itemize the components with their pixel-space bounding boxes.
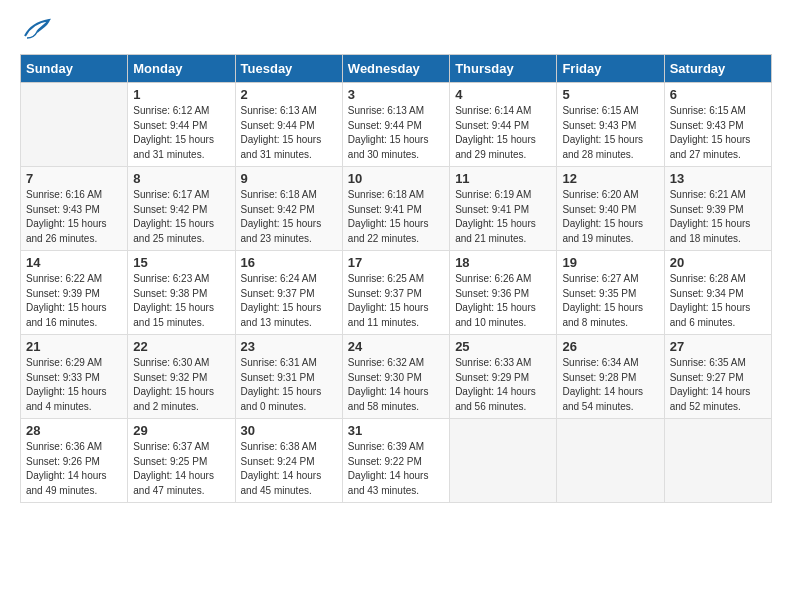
calendar-cell: 7Sunrise: 6:16 AM Sunset: 9:43 PM Daylig…	[21, 167, 128, 251]
cell-info: Sunrise: 6:12 AM Sunset: 9:44 PM Dayligh…	[133, 104, 229, 162]
cell-info: Sunrise: 6:33 AM Sunset: 9:29 PM Dayligh…	[455, 356, 551, 414]
cell-info: Sunrise: 6:28 AM Sunset: 9:34 PM Dayligh…	[670, 272, 766, 330]
weekday-header-friday: Friday	[557, 55, 664, 83]
weekday-header-monday: Monday	[128, 55, 235, 83]
day-number: 2	[241, 87, 337, 102]
calendar-cell: 2Sunrise: 6:13 AM Sunset: 9:44 PM Daylig…	[235, 83, 342, 167]
day-number: 22	[133, 339, 229, 354]
day-number: 14	[26, 255, 122, 270]
day-number: 12	[562, 171, 658, 186]
weekday-header-thursday: Thursday	[450, 55, 557, 83]
calendar-cell: 16Sunrise: 6:24 AM Sunset: 9:37 PM Dayli…	[235, 251, 342, 335]
calendar-cell: 3Sunrise: 6:13 AM Sunset: 9:44 PM Daylig…	[342, 83, 449, 167]
day-number: 25	[455, 339, 551, 354]
day-number: 18	[455, 255, 551, 270]
cell-info: Sunrise: 6:31 AM Sunset: 9:31 PM Dayligh…	[241, 356, 337, 414]
week-row-2: 7Sunrise: 6:16 AM Sunset: 9:43 PM Daylig…	[21, 167, 772, 251]
calendar-cell: 17Sunrise: 6:25 AM Sunset: 9:37 PM Dayli…	[342, 251, 449, 335]
calendar-cell: 5Sunrise: 6:15 AM Sunset: 9:43 PM Daylig…	[557, 83, 664, 167]
cell-info: Sunrise: 6:25 AM Sunset: 9:37 PM Dayligh…	[348, 272, 444, 330]
day-number: 21	[26, 339, 122, 354]
calendar-cell: 13Sunrise: 6:21 AM Sunset: 9:39 PM Dayli…	[664, 167, 771, 251]
calendar-cell: 26Sunrise: 6:34 AM Sunset: 9:28 PM Dayli…	[557, 335, 664, 419]
day-number: 8	[133, 171, 229, 186]
calendar-cell: 22Sunrise: 6:30 AM Sunset: 9:32 PM Dayli…	[128, 335, 235, 419]
cell-info: Sunrise: 6:15 AM Sunset: 9:43 PM Dayligh…	[670, 104, 766, 162]
cell-info: Sunrise: 6:14 AM Sunset: 9:44 PM Dayligh…	[455, 104, 551, 162]
cell-info: Sunrise: 6:20 AM Sunset: 9:40 PM Dayligh…	[562, 188, 658, 246]
cell-info: Sunrise: 6:37 AM Sunset: 9:25 PM Dayligh…	[133, 440, 229, 498]
calendar-cell: 28Sunrise: 6:36 AM Sunset: 9:26 PM Dayli…	[21, 419, 128, 503]
calendar-cell	[21, 83, 128, 167]
day-number: 27	[670, 339, 766, 354]
weekday-header-tuesday: Tuesday	[235, 55, 342, 83]
cell-info: Sunrise: 6:36 AM Sunset: 9:26 PM Dayligh…	[26, 440, 122, 498]
calendar-cell: 29Sunrise: 6:37 AM Sunset: 9:25 PM Dayli…	[128, 419, 235, 503]
logo-bird-icon	[23, 18, 51, 44]
calendar-cell: 8Sunrise: 6:17 AM Sunset: 9:42 PM Daylig…	[128, 167, 235, 251]
day-number: 28	[26, 423, 122, 438]
cell-info: Sunrise: 6:34 AM Sunset: 9:28 PM Dayligh…	[562, 356, 658, 414]
day-number: 13	[670, 171, 766, 186]
calendar-cell: 4Sunrise: 6:14 AM Sunset: 9:44 PM Daylig…	[450, 83, 557, 167]
cell-info: Sunrise: 6:19 AM Sunset: 9:41 PM Dayligh…	[455, 188, 551, 246]
week-row-5: 28Sunrise: 6:36 AM Sunset: 9:26 PM Dayli…	[21, 419, 772, 503]
cell-info: Sunrise: 6:26 AM Sunset: 9:36 PM Dayligh…	[455, 272, 551, 330]
calendar-cell: 25Sunrise: 6:33 AM Sunset: 9:29 PM Dayli…	[450, 335, 557, 419]
header	[20, 18, 772, 44]
day-number: 16	[241, 255, 337, 270]
calendar-cell: 1Sunrise: 6:12 AM Sunset: 9:44 PM Daylig…	[128, 83, 235, 167]
day-number: 30	[241, 423, 337, 438]
day-number: 23	[241, 339, 337, 354]
weekday-header-saturday: Saturday	[664, 55, 771, 83]
cell-info: Sunrise: 6:24 AM Sunset: 9:37 PM Dayligh…	[241, 272, 337, 330]
cell-info: Sunrise: 6:32 AM Sunset: 9:30 PM Dayligh…	[348, 356, 444, 414]
cell-info: Sunrise: 6:29 AM Sunset: 9:33 PM Dayligh…	[26, 356, 122, 414]
calendar-cell: 10Sunrise: 6:18 AM Sunset: 9:41 PM Dayli…	[342, 167, 449, 251]
calendar-cell: 21Sunrise: 6:29 AM Sunset: 9:33 PM Dayli…	[21, 335, 128, 419]
cell-info: Sunrise: 6:13 AM Sunset: 9:44 PM Dayligh…	[348, 104, 444, 162]
day-number: 11	[455, 171, 551, 186]
calendar-cell: 19Sunrise: 6:27 AM Sunset: 9:35 PM Dayli…	[557, 251, 664, 335]
cell-info: Sunrise: 6:23 AM Sunset: 9:38 PM Dayligh…	[133, 272, 229, 330]
day-number: 3	[348, 87, 444, 102]
day-number: 20	[670, 255, 766, 270]
day-number: 9	[241, 171, 337, 186]
week-row-1: 1Sunrise: 6:12 AM Sunset: 9:44 PM Daylig…	[21, 83, 772, 167]
day-number: 31	[348, 423, 444, 438]
day-number: 17	[348, 255, 444, 270]
day-number: 29	[133, 423, 229, 438]
cell-info: Sunrise: 6:21 AM Sunset: 9:39 PM Dayligh…	[670, 188, 766, 246]
week-row-4: 21Sunrise: 6:29 AM Sunset: 9:33 PM Dayli…	[21, 335, 772, 419]
calendar-cell: 24Sunrise: 6:32 AM Sunset: 9:30 PM Dayli…	[342, 335, 449, 419]
day-number: 7	[26, 171, 122, 186]
cell-info: Sunrise: 6:13 AM Sunset: 9:44 PM Dayligh…	[241, 104, 337, 162]
day-number: 10	[348, 171, 444, 186]
cell-info: Sunrise: 6:27 AM Sunset: 9:35 PM Dayligh…	[562, 272, 658, 330]
cell-info: Sunrise: 6:38 AM Sunset: 9:24 PM Dayligh…	[241, 440, 337, 498]
day-number: 5	[562, 87, 658, 102]
cell-info: Sunrise: 6:39 AM Sunset: 9:22 PM Dayligh…	[348, 440, 444, 498]
day-number: 6	[670, 87, 766, 102]
day-number: 15	[133, 255, 229, 270]
day-number: 26	[562, 339, 658, 354]
calendar-cell: 14Sunrise: 6:22 AM Sunset: 9:39 PM Dayli…	[21, 251, 128, 335]
cell-info: Sunrise: 6:16 AM Sunset: 9:43 PM Dayligh…	[26, 188, 122, 246]
day-number: 1	[133, 87, 229, 102]
cell-info: Sunrise: 6:17 AM Sunset: 9:42 PM Dayligh…	[133, 188, 229, 246]
calendar-cell: 20Sunrise: 6:28 AM Sunset: 9:34 PM Dayli…	[664, 251, 771, 335]
cell-info: Sunrise: 6:35 AM Sunset: 9:27 PM Dayligh…	[670, 356, 766, 414]
cell-info: Sunrise: 6:22 AM Sunset: 9:39 PM Dayligh…	[26, 272, 122, 330]
calendar-cell	[450, 419, 557, 503]
weekday-header-sunday: Sunday	[21, 55, 128, 83]
cell-info: Sunrise: 6:15 AM Sunset: 9:43 PM Dayligh…	[562, 104, 658, 162]
calendar-cell: 11Sunrise: 6:19 AM Sunset: 9:41 PM Dayli…	[450, 167, 557, 251]
calendar-cell: 30Sunrise: 6:38 AM Sunset: 9:24 PM Dayli…	[235, 419, 342, 503]
logo	[20, 18, 51, 44]
day-number: 4	[455, 87, 551, 102]
day-number: 24	[348, 339, 444, 354]
calendar-cell: 9Sunrise: 6:18 AM Sunset: 9:42 PM Daylig…	[235, 167, 342, 251]
calendar-cell	[664, 419, 771, 503]
calendar-table: SundayMondayTuesdayWednesdayThursdayFrid…	[20, 54, 772, 503]
week-row-3: 14Sunrise: 6:22 AM Sunset: 9:39 PM Dayli…	[21, 251, 772, 335]
